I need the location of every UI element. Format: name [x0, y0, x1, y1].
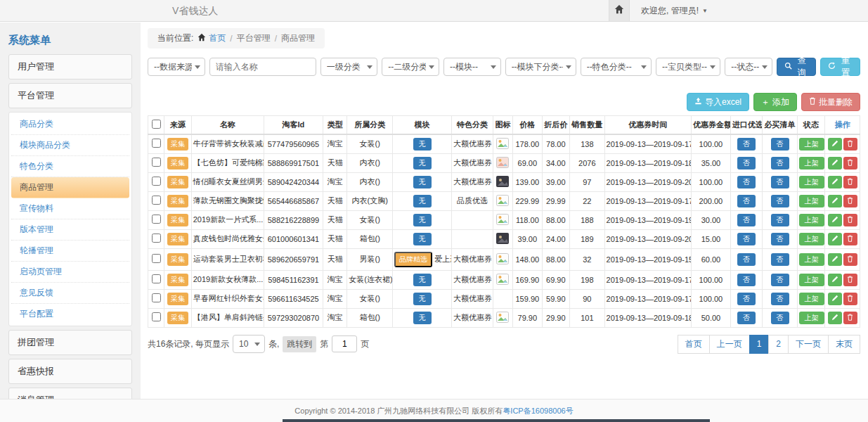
delete-button[interactable]: [843, 274, 857, 286]
user-menu[interactable]: 欢迎您, 管理员! ▼: [641, 5, 708, 17]
row-checkbox[interactable]: [152, 215, 161, 224]
sidebar-section-13[interactable]: 省惠快报: [8, 359, 132, 384]
edit-button[interactable]: [828, 312, 842, 324]
status-toggle[interactable]: 上架: [799, 253, 824, 266]
import-optional-toggle[interactable]: 否: [737, 176, 756, 188]
delete-button[interactable]: [843, 253, 857, 266]
import-optional-toggle[interactable]: 否: [737, 293, 756, 305]
must-buy-toggle[interactable]: 否: [771, 195, 789, 207]
import-optional-toggle[interactable]: 否: [737, 195, 756, 207]
delete-button[interactable]: [843, 233, 857, 245]
row-checkbox[interactable]: [152, 312, 161, 321]
delete-button[interactable]: [843, 312, 857, 324]
search-button[interactable]: 查询: [777, 58, 817, 76]
import-excel-button[interactable]: 导入excel: [687, 93, 749, 111]
edit-button[interactable]: [828, 274, 842, 286]
batch-delete-button[interactable]: 批量删除: [801, 93, 860, 111]
import-optional-toggle[interactable]: 否: [737, 214, 756, 226]
sidebar-item-2[interactable]: 商品分类: [11, 114, 129, 135]
row-checkbox[interactable]: [152, 274, 161, 283]
sidebar-item-11[interactable]: 平台配置: [11, 304, 129, 324]
breadcrumb-item-0[interactable]: 首页: [209, 32, 226, 44]
sidebar-item-10[interactable]: 意见反馈: [11, 283, 129, 304]
category-level1-select[interactable]: 一级分类: [320, 58, 378, 76]
status-toggle[interactable]: 上架: [799, 293, 824, 305]
sidebar-item-8[interactable]: 轮播管理: [11, 241, 129, 262]
status-toggle[interactable]: 上架: [799, 214, 824, 226]
import-optional-toggle[interactable]: 否: [737, 312, 756, 324]
import-optional-toggle[interactable]: 否: [737, 138, 756, 151]
module-badge[interactable]: 无: [413, 274, 432, 286]
module-sub-select[interactable]: --模块下分类--: [505, 58, 576, 76]
delete-button[interactable]: [843, 157, 857, 170]
per-page-select[interactable]: 10: [233, 335, 265, 353]
sidebar-item-6[interactable]: 宣传物料: [11, 198, 129, 219]
sidebar-item-7[interactable]: 版本管理: [11, 219, 129, 241]
jump-button[interactable]: 跳转到: [283, 336, 316, 352]
module-badge[interactable]: 无: [413, 195, 432, 207]
icp-link[interactable]: 粤ICP备16098006号: [503, 407, 573, 415]
category-level2-select[interactable]: --二级分类--: [382, 58, 439, 76]
module-badge[interactable]: 无: [413, 312, 432, 324]
module-badge[interactable]: 无: [413, 233, 432, 245]
status-toggle[interactable]: 上架: [799, 138, 824, 151]
edit-button[interactable]: [828, 214, 842, 226]
must-buy-toggle[interactable]: 否: [771, 293, 789, 305]
pager-2[interactable]: 2: [768, 335, 789, 354]
status-select[interactable]: --状态--: [725, 58, 772, 76]
sidebar-item-5[interactable]: 商品管理: [11, 177, 129, 198]
delete-button[interactable]: [843, 176, 857, 188]
sidebar-section-14[interactable]: 消息管理: [8, 388, 132, 399]
edit-button[interactable]: [828, 233, 842, 245]
delete-button[interactable]: [843, 293, 857, 305]
import-optional-toggle[interactable]: 否: [737, 253, 756, 266]
sidebar-section-1[interactable]: 平台管理: [8, 83, 132, 108]
must-buy-toggle[interactable]: 否: [771, 214, 789, 226]
pager-1[interactable]: 1: [749, 335, 770, 354]
import-optional-toggle[interactable]: 否: [737, 157, 756, 170]
pager-下一页[interactable]: 下一页: [788, 335, 829, 354]
module-badge[interactable]: 无: [413, 214, 432, 226]
status-toggle[interactable]: 上架: [799, 312, 824, 324]
module-select[interactable]: --模块--: [443, 58, 501, 76]
delete-button[interactable]: [843, 138, 857, 151]
module-badge[interactable]: 无: [413, 176, 432, 188]
must-buy-toggle[interactable]: 否: [771, 176, 789, 188]
delete-button[interactable]: [843, 214, 857, 226]
must-buy-toggle[interactable]: 否: [771, 138, 789, 151]
status-toggle[interactable]: 上架: [799, 157, 824, 170]
name-search-input[interactable]: [209, 58, 316, 76]
module-badge[interactable]: 无: [413, 157, 432, 170]
row-checkbox[interactable]: [152, 177, 161, 186]
module-badge[interactable]: 无: [413, 293, 432, 305]
sidebar-section-0[interactable]: 用户管理: [8, 54, 132, 79]
row-checkbox[interactable]: [152, 158, 161, 167]
edit-button[interactable]: [828, 293, 842, 305]
must-buy-toggle[interactable]: 否: [771, 157, 789, 170]
select-all-checkbox[interactable]: [152, 120, 161, 129]
module-badge[interactable]: 品牌精选: [394, 252, 432, 267]
must-buy-toggle[interactable]: 否: [771, 233, 789, 245]
status-toggle[interactable]: 上架: [799, 176, 824, 188]
pager-首页[interactable]: 首页: [678, 335, 710, 354]
sidebar-item-4[interactable]: 特色分类: [11, 156, 129, 177]
edit-button[interactable]: [828, 138, 842, 151]
sidebar-item-3[interactable]: 模块商品分类: [11, 135, 129, 156]
status-toggle[interactable]: 上架: [799, 195, 824, 207]
must-buy-toggle[interactable]: 否: [771, 274, 789, 286]
pager-上一页[interactable]: 上一页: [709, 335, 750, 354]
feature-category-select[interactable]: --特色分类--: [581, 58, 652, 76]
delete-button[interactable]: [843, 195, 857, 207]
must-buy-toggle[interactable]: 否: [771, 253, 789, 266]
row-checkbox[interactable]: [152, 196, 161, 205]
sidebar-section-12[interactable]: 拼团管理: [8, 330, 132, 355]
module-badge[interactable]: 无: [413, 138, 432, 151]
edit-button[interactable]: [828, 176, 842, 188]
status-toggle[interactable]: 上架: [799, 233, 824, 245]
row-checkbox[interactable]: [152, 234, 161, 243]
add-button[interactable]: ＋ 添加: [753, 93, 797, 111]
pager-末页[interactable]: 末页: [828, 335, 860, 354]
data-source-select[interactable]: --数据来源--: [148, 58, 205, 76]
row-checkbox[interactable]: [152, 139, 161, 148]
home-button[interactable]: [609, 0, 630, 21]
